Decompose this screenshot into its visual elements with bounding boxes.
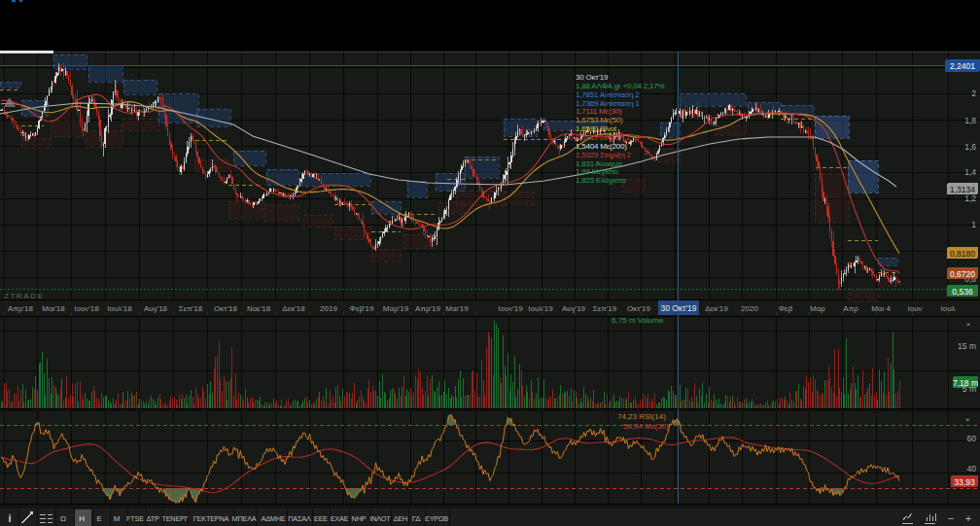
svg-text:Αυγ'19: Αυγ'19 — [562, 304, 586, 313]
svg-text:Αυγ'18: Αυγ'18 — [144, 304, 168, 313]
svg-text:ΠΑΣΑΛ: ΠΑΣΑΛ — [288, 514, 311, 523]
svg-text:ΕΕΕ: ΕΕΕ — [314, 514, 328, 523]
svg-text:1,6: 1,6 — [964, 142, 976, 152]
svg-text:1,3134: 1,3134 — [950, 185, 975, 194]
svg-text:Μαι 4: Μαι 4 — [871, 304, 891, 313]
svg-text:Μαι'19: Μαι'19 — [445, 304, 469, 313]
svg-text:33,93: 33,93 — [954, 477, 975, 487]
svg-text:−: − — [948, 512, 954, 524]
svg-text:H: H — [79, 514, 85, 523]
svg-text:0,6720: 0,6720 — [950, 269, 975, 279]
svg-text:0,536: 0,536 — [952, 287, 973, 297]
svg-text:ΑΔΜΗΕ: ΑΔΜΗΕ — [262, 514, 286, 523]
svg-text:ΔΕΗ: ΔΕΗ — [394, 514, 407, 523]
svg-text:2020: 2020 — [741, 304, 758, 313]
svg-text:ΓΔ: ΓΔ — [412, 514, 421, 523]
svg-text:Ιουν: Ιουν — [907, 304, 922, 313]
svg-text:Ω: Ω — [60, 514, 66, 523]
svg-text:1,2: 1,2 — [964, 193, 976, 203]
svg-text:Φεβ: Φεβ — [779, 304, 793, 313]
svg-text:ΓΕΚΤΕΡΝΑ: ΓΕΚΤΕΡΝΑ — [193, 514, 229, 523]
svg-text:ΜΠΕΛΑ: ΜΠΕΛΑ — [232, 514, 257, 523]
svg-text:Μαι'18: Μαι'18 — [42, 304, 65, 313]
svg-text:Μαρ'19: Μαρ'19 — [383, 304, 409, 313]
svg-text:E: E — [96, 514, 101, 523]
svg-text:Σεπ'19: Σεπ'19 — [593, 304, 617, 313]
svg-text:5 m: 5 m — [962, 384, 976, 394]
svg-text:1,6590 Pivot: 1,6590 Pivot — [576, 124, 617, 133]
svg-text:1,88 ΑΛΦΑ.gr +0,04 2,17%: 1,88 ΑΛΦΑ.gr +0,04 2,17% — [576, 82, 665, 90]
svg-text:60: 60 — [967, 434, 977, 443]
svg-text:30 Οκτ'19: 30 Οκτ'19 — [660, 303, 696, 313]
svg-text:2,2401: 2,2401 — [950, 61, 975, 71]
svg-text:Ιουλ: Ιουλ — [940, 304, 955, 313]
svg-text:1,89 Μέγιστο: 1,89 Μέγιστο — [576, 167, 619, 176]
svg-text:Νοε'18: Νοε'18 — [247, 304, 271, 313]
svg-text:1,831 Άνοιγμα: 1,831 Άνοιγμα — [576, 159, 622, 168]
svg-text:FTSE: FTSE — [126, 514, 144, 523]
svg-text:58,94 Με(30): 58,94 Με(30) — [623, 422, 669, 431]
svg-text:Οκτ'18: Οκτ'18 — [214, 304, 237, 313]
svg-text:74,23 RSI(14): 74,23 RSI(14) — [617, 412, 666, 421]
svg-text:1,7369 Αντίσταση 1: 1,7369 Αντίσταση 1 — [576, 99, 640, 108]
svg-text:1,4: 1,4 — [964, 167, 976, 177]
svg-text:1,6753 Με(50): 1,6753 Με(50) — [576, 116, 623, 124]
svg-text:ΝΗΡ: ΝΗΡ — [352, 514, 367, 523]
svg-text:×: × — [965, 415, 970, 424]
svg-text:ZTRADE: ZTRADE — [4, 292, 44, 300]
svg-text:2019: 2019 — [320, 304, 337, 313]
svg-text:ΤΕΝΕΡΓ: ΤΕΝΕΡΓ — [161, 514, 188, 523]
svg-text:×: × — [966, 320, 971, 329]
svg-text:1,5329 Στήριξη 2: 1,5329 Στήριξη 2 — [576, 151, 631, 159]
svg-text:Ιουν'18: Ιουν'18 — [74, 304, 99, 313]
svg-text:1,7111 Με(30): 1,7111 Με(30) — [576, 107, 622, 116]
svg-text:ΕΧΑΕ: ΕΧΑΕ — [331, 514, 349, 523]
svg-text:1,5811 Στήριξη 1: 1,5811 Στήριξη 1 — [576, 133, 631, 142]
svg-text:30 Οκτ'19: 30 Οκτ'19 — [576, 73, 609, 82]
svg-text:Ιουλ'18: Ιουλ'18 — [107, 304, 132, 313]
svg-text:1: 1 — [971, 220, 976, 229]
svg-text:ΔΤΡ: ΔΤΡ — [146, 514, 159, 523]
svg-text:M: M — [114, 514, 121, 523]
svg-text:ΙΝΛΟΤ: ΙΝΛΟΤ — [369, 514, 391, 523]
svg-text:Απρ'19: Απρ'19 — [415, 304, 440, 313]
svg-text:Ιουν'19: Ιουν'19 — [498, 304, 523, 313]
svg-text:1,8: 1,8 — [964, 116, 976, 125]
svg-text:40: 40 — [967, 464, 977, 473]
svg-text:Οκτ'19: Οκτ'19 — [627, 304, 650, 313]
svg-text:Σεπ'18: Σεπ'18 — [179, 304, 203, 313]
svg-text:0,8180: 0,8180 — [950, 249, 975, 259]
svg-text:2: 2 — [971, 88, 976, 98]
svg-text:Ιουλ'19: Ιουλ'19 — [528, 304, 553, 313]
svg-text:Απρ'18: Απρ'18 — [8, 304, 33, 313]
svg-text:Μαρ: Μαρ — [810, 304, 825, 313]
svg-text:1,825 Ελάχιστο: 1,825 Ελάχιστο — [576, 176, 626, 185]
svg-text:Φεβ'19: Φεβ'19 — [350, 304, 375, 313]
svg-text:6,75 m Volume: 6,75 m Volume — [612, 316, 664, 325]
svg-text:Απρ: Απρ — [843, 304, 858, 313]
svg-text:Δεκ'19: Δεκ'19 — [705, 304, 728, 313]
svg-text:ΕΥΡΩΒ: ΕΥΡΩΒ — [425, 514, 448, 523]
svg-text:15 m: 15 m — [958, 341, 976, 351]
svg-text:1,7851 Αντίσταση 2: 1,7851 Αντίσταση 2 — [576, 90, 640, 99]
svg-text:+: + — [965, 512, 971, 524]
svg-text:i: i — [8, 512, 11, 524]
svg-text:Δεκ'18: Δεκ'18 — [282, 304, 305, 313]
svg-text:1,5404 Με(200): 1,5404 Με(200) — [576, 142, 627, 151]
